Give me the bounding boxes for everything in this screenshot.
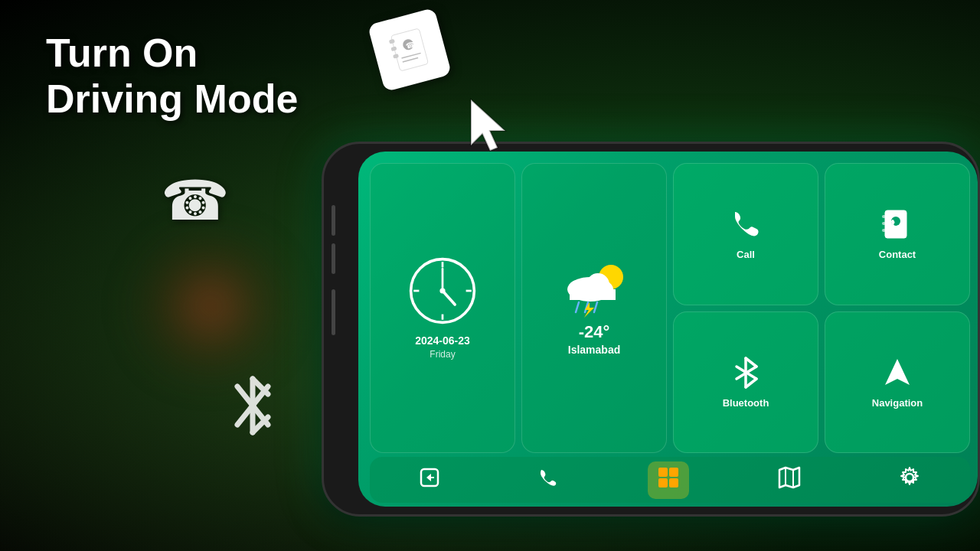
clock-date: 2024-06-23 <box>415 334 470 347</box>
svg-line-37 <box>746 358 756 367</box>
clock-face-svg <box>408 256 477 325</box>
call-label: Call <box>737 249 755 260</box>
bluetooth-label: Bluetooth <box>723 397 769 409</box>
navigation-label: Navigation <box>872 397 923 409</box>
bottom-nav <box>370 457 970 503</box>
contact-label: Contact <box>879 249 916 260</box>
svg-point-50 <box>906 474 913 481</box>
phone-screen: 2024-06-23 Friday <box>358 152 978 507</box>
svg-rect-44 <box>669 468 678 477</box>
call-tile[interactable]: Call <box>673 163 818 305</box>
contact-icon <box>880 207 914 244</box>
svg-line-19 <box>443 291 455 305</box>
navigation-icon <box>880 356 914 393</box>
weather-tile[interactable]: -24° Islamabad <box>521 163 667 453</box>
svg-rect-26 <box>570 289 616 300</box>
nav-exit-button[interactable] <box>410 462 449 498</box>
side-btn-vol-up <box>332 205 335 236</box>
navigation-tile[interactable]: Navigation <box>825 311 970 454</box>
svg-rect-45 <box>658 478 668 487</box>
svg-rect-33 <box>882 222 886 225</box>
weather-visual <box>556 260 632 318</box>
svg-marker-13 <box>471 99 505 151</box>
side-btn-vol-down <box>332 243 335 274</box>
headline: Turn On Driving Mode <box>46 31 298 122</box>
bluetooth-icon <box>730 356 761 393</box>
side-btn-power <box>332 289 335 335</box>
weather-city: Islamabad <box>568 344 620 356</box>
nav-home-button[interactable] <box>648 461 689 499</box>
headline-line1: Turn On <box>46 31 298 77</box>
svg-rect-43 <box>658 468 668 477</box>
svg-line-27 <box>576 302 579 312</box>
nav-settings-button[interactable] <box>889 461 930 499</box>
svg-line-40 <box>746 379 756 387</box>
svg-rect-46 <box>669 478 678 487</box>
nav-phone-button[interactable] <box>528 462 568 498</box>
bluetooth-icon-decoration <box>226 375 279 451</box>
bluetooth-tile[interactable]: Bluetooth <box>673 311 818 454</box>
contact-tile[interactable]: Contact <box>825 163 970 305</box>
nav-map-button[interactable] <box>769 461 810 499</box>
svg-marker-47 <box>779 468 799 487</box>
svg-marker-41 <box>885 359 910 385</box>
clock-tile[interactable]: 2024-06-23 Friday <box>370 163 515 453</box>
call-icon <box>729 207 763 244</box>
clock-day: Friday <box>430 349 455 360</box>
dashboard-glow <box>115 230 306 383</box>
app-grid: 2024-06-23 Friday <box>370 163 970 453</box>
svg-point-21 <box>439 288 445 293</box>
svg-rect-32 <box>882 215 886 218</box>
headline-line2: Driving Mode <box>46 77 298 122</box>
weather-temp: -24° <box>579 322 610 342</box>
phone-icon-decoration: ☎ <box>161 168 230 233</box>
svg-marker-30 <box>584 302 594 318</box>
svg-line-29 <box>594 302 597 312</box>
svg-rect-34 <box>882 229 886 232</box>
cursor-arrow <box>467 96 513 160</box>
phone-device: 2024-06-23 Friday <box>322 142 980 517</box>
